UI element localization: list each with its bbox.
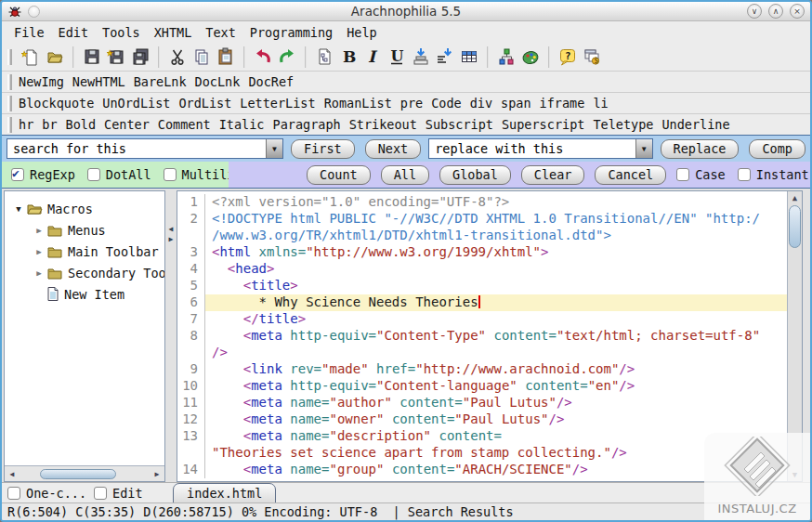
format-stamp-right-icon[interactable] bbox=[433, 45, 457, 69]
macro-button-br[interactable]: br bbox=[42, 117, 57, 132]
redo-icon[interactable] bbox=[275, 45, 299, 69]
macro-button-newhtml[interactable]: NewHTML bbox=[72, 74, 125, 89]
collapse-arrow-icon[interactable]: ▼ bbox=[12, 204, 25, 214]
palette-icon[interactable] bbox=[518, 45, 543, 69]
macro-button-docref[interactable]: DocRef bbox=[248, 74, 294, 89]
macro-button-romanlist[interactable]: RomanList bbox=[324, 96, 392, 111]
macro-button-code[interactable]: Code bbox=[431, 96, 462, 111]
toolbar-drag-handle[interactable] bbox=[7, 49, 12, 65]
code-line[interactable]: 1<?xml version="1.0" encoding="UTF-8"?> bbox=[177, 194, 787, 211]
tree-horizontal-scrollbar[interactable]: ◀ ▶ bbox=[5, 465, 164, 481]
code-line[interactable]: 5 <title> bbox=[177, 278, 787, 294]
search-instant-checkbox[interactable] bbox=[738, 168, 751, 181]
macro-toolbar-1-drag-handle[interactable] bbox=[7, 74, 12, 90]
new-file-icon[interactable]: ★ bbox=[19, 45, 43, 69]
tree-item-menus[interactable]: ▶Menus bbox=[5, 219, 164, 241]
splitter-collapse-left-arrow[interactable]: ◀ bbox=[169, 224, 174, 234]
code-line[interactable]: /> bbox=[177, 345, 787, 361]
macro-button-blockquote[interactable]: Blockquote bbox=[19, 96, 94, 111]
search-clear-button[interactable]: Clear bbox=[521, 165, 585, 185]
minimize-button[interactable]: ∨ bbox=[747, 4, 762, 19]
find-first-button[interactable]: First bbox=[291, 139, 355, 159]
code-line[interactable]: 7 </title> bbox=[177, 311, 787, 328]
code-line[interactable]: 10 <meta http-equiv="Content-language" c… bbox=[177, 378, 787, 395]
replace-dropdown-button[interactable]: ▼ bbox=[635, 139, 652, 158]
macro-toolbar-2-drag-handle[interactable] bbox=[7, 96, 12, 111]
tree-item-secondary-too[interactable]: ▶Secondary Too bbox=[5, 262, 164, 283]
code-line[interactable]: 11 <meta name="author" content="Paul Lut… bbox=[177, 395, 787, 411]
titlebar-menu-button[interactable] bbox=[28, 6, 40, 18]
macro-button-paragraph[interactable]: Paragraph bbox=[273, 117, 341, 132]
macro-button-letterlist[interactable]: LetterList bbox=[240, 96, 315, 111]
search-input[interactable] bbox=[7, 139, 266, 158]
regex-multiline-checkbox[interactable] bbox=[164, 168, 177, 181]
maximize-button[interactable]: ∧ bbox=[768, 4, 783, 19]
replace-combobox[interactable]: ▼ bbox=[428, 138, 652, 159]
italic-icon[interactable]: I bbox=[360, 45, 385, 69]
macro-toolbar-3-drag-handle[interactable] bbox=[7, 117, 12, 133]
tree-edit-checkbox[interactable] bbox=[94, 487, 107, 500]
code-line[interactable]: 8 <meta http-equiv="Content-Type" conten… bbox=[177, 328, 787, 345]
title-bar[interactable]: Arachnophilia 5.5 ∨ ∧ × bbox=[2, 2, 810, 21]
macro-button-bold[interactable]: Bold bbox=[66, 117, 97, 132]
code-line[interactable]: /www.w3.org/TR/xhtml1/DTD/xhtml1-transit… bbox=[177, 228, 787, 244]
macro-button-hr[interactable]: hr bbox=[19, 117, 33, 132]
sitemap-icon[interactable] bbox=[494, 45, 518, 69]
windows-cascade-icon[interactable]: $ bbox=[580, 45, 604, 69]
macro-button-newimg[interactable]: NewImg bbox=[19, 74, 64, 89]
find-next-button[interactable]: Next bbox=[365, 139, 422, 159]
format-stamp-icon[interactable] bbox=[409, 45, 433, 69]
macro-button-ordlist[interactable]: OrdList bbox=[178, 96, 231, 111]
macro-button-doclnk[interactable]: DocLnk bbox=[195, 74, 241, 89]
macro-button-italic[interactable]: Italic bbox=[219, 117, 265, 132]
panel-splitter[interactable]: ◀ ▶ bbox=[165, 190, 177, 482]
scroll-up-arrow[interactable]: ▲ bbox=[788, 193, 802, 202]
open-folder-icon[interactable] bbox=[43, 45, 67, 69]
code-line[interactable]: 9 <link rev="made" href="http://www.arac… bbox=[177, 361, 787, 378]
save-all-icon[interactable] bbox=[128, 45, 152, 69]
close-button[interactable]: × bbox=[790, 4, 805, 19]
copy-icon[interactable] bbox=[190, 45, 214, 69]
macro-button-comment[interactable]: Comment bbox=[158, 117, 211, 132]
help-icon[interactable]: ? bbox=[556, 45, 580, 69]
scrollbar-thumb[interactable] bbox=[789, 205, 801, 248]
expand-arrow-icon[interactable]: ▶ bbox=[33, 226, 46, 235]
search-all-button[interactable]: All bbox=[381, 165, 429, 185]
save-as-icon[interactable]: ★ bbox=[104, 45, 128, 69]
search-global-button[interactable]: Global bbox=[439, 165, 511, 185]
paste-icon[interactable] bbox=[214, 45, 238, 69]
splitter-collapse-right-arrow[interactable]: ▶ bbox=[169, 234, 174, 244]
code-line[interactable]: 12 <meta name="owner" content="Paul Lutu… bbox=[177, 411, 787, 428]
save-icon[interactable] bbox=[80, 45, 104, 69]
macro-button-superscript[interactable]: Superscript bbox=[502, 117, 584, 132]
macro-button-div[interactable]: div bbox=[470, 96, 492, 111]
replace-replace-button[interactable]: Replace bbox=[661, 139, 740, 159]
search-count-button[interactable]: Count bbox=[307, 165, 371, 185]
macro-button-teletype[interactable]: Teletype bbox=[593, 117, 653, 132]
code-line[interactable]: 2<!DOCTYPE html PUBLIC "-//W3C//DTD XHTM… bbox=[177, 211, 787, 228]
macro-button-span[interactable]: span bbox=[501, 96, 531, 111]
expand-arrow-icon[interactable]: ▶ bbox=[33, 268, 46, 278]
code-line[interactable]: 3<html xmlns="http://www.w3.org/1999/xht… bbox=[177, 244, 787, 261]
scroll-left-arrow[interactable]: ◀ bbox=[7, 470, 18, 478]
search-combobox[interactable]: ▼ bbox=[7, 138, 283, 159]
search-cancel-button[interactable]: Cancel bbox=[595, 165, 666, 185]
replace-input[interactable] bbox=[429, 139, 635, 158]
macro-button-center[interactable]: Center bbox=[104, 117, 150, 132]
replace-comp-button[interactable]: Comp bbox=[749, 139, 805, 159]
menu-item-xhtml[interactable]: XHTML bbox=[151, 24, 195, 41]
bold-icon[interactable]: B bbox=[336, 45, 360, 69]
macro-button-li[interactable]: li bbox=[593, 96, 608, 111]
expand-arrow-icon[interactable]: ▶ bbox=[33, 247, 46, 256]
code-line[interactable]: 14 <meta name="group" content="ARACH/SCI… bbox=[177, 462, 787, 478]
cut-icon[interactable] bbox=[165, 45, 190, 69]
search-case-checkbox[interactable] bbox=[676, 168, 689, 181]
code-line[interactable]: 4 <head> bbox=[177, 261, 787, 278]
search-dropdown-button[interactable]: ▼ bbox=[266, 139, 282, 158]
macro-button-iframe[interactable]: iframe bbox=[540, 96, 585, 111]
macro-button-pre[interactable]: pre bbox=[400, 96, 423, 111]
tree-item-macros[interactable]: ▼Macros bbox=[5, 198, 164, 219]
menu-item-tools[interactable]: Tools bbox=[99, 24, 143, 41]
menu-item-edit[interactable]: Edit bbox=[56, 24, 92, 41]
tab-index-html[interactable]: index.html bbox=[173, 483, 276, 503]
